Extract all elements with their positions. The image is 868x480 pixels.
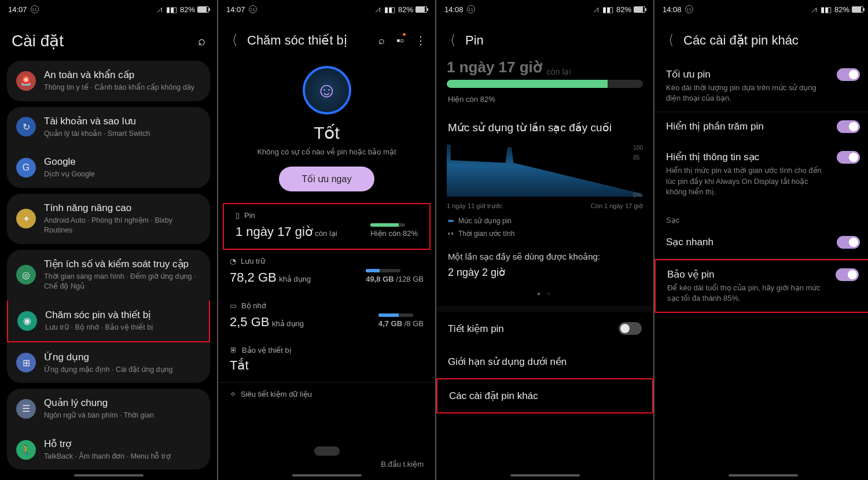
memory-stat-row[interactable]: ▭Bộ nhớ 2,5 GB khả dụng 4,7 GB /8 GB xyxy=(218,294,435,339)
status-face-icon: ☺ xyxy=(303,66,351,115)
row-apps[interactable]: ⊞ Ứng dụngỨng dụng mặc định · Cài đặt ứn… xyxy=(7,342,210,383)
section-charging: Sạc xyxy=(654,205,868,228)
screen-battery: 14:0811 ⩘▮◧82% 〈 Pin 1 ngày 17 giờcòn lạ… xyxy=(436,0,653,480)
apps-icon: ⊞ xyxy=(16,353,36,372)
page-title: Pin xyxy=(465,33,644,48)
storage-stat-row[interactable]: ◔Lưu trữ 78,2 GB khả dụng 49,8 GB /128 G… xyxy=(218,250,435,294)
sync-icon: ↻ xyxy=(16,117,36,136)
usage-chart[interactable]: 100850% xyxy=(436,145,653,197)
back-icon[interactable]: 〈 xyxy=(664,31,674,50)
status-word: Tốt xyxy=(218,123,435,143)
battery-icon: ▯ xyxy=(236,211,240,220)
row-accounts[interactable]: ↻ Tài khoản và sao lưuQuản lý tài khoản … xyxy=(7,107,210,147)
back-icon[interactable]: 〈 xyxy=(446,31,455,50)
screen-device-care: 14:0711 ⩘▮◧82% 〈 Chăm sóc thiết bị ⌕ ▪▫ … xyxy=(218,0,435,480)
data-saver-icon: ✧ xyxy=(230,390,236,398)
row-more-battery-settings[interactable]: Các cài đặt pin khác xyxy=(436,378,653,413)
row-google[interactable]: G GoogleDịch vụ Google xyxy=(7,147,210,188)
legend-estimate: Thời gian ước tính xyxy=(436,227,653,240)
page-title: Cài đặt xyxy=(12,31,64,50)
protect-toggle[interactable] xyxy=(836,268,859,281)
battery-stat-row[interactable]: ▯Pin 1 ngày 17 giờ còn lại Hiện còn 82% xyxy=(223,203,431,250)
back-icon[interactable]: 〈 xyxy=(227,31,237,50)
row-fast-charge[interactable]: Sạc nhanh xyxy=(654,228,868,259)
search-icon[interactable]: ⌕ xyxy=(378,35,385,47)
page-dots[interactable]: ● ○ xyxy=(436,288,653,306)
general-icon: ☰ xyxy=(16,399,36,419)
memory-bar xyxy=(378,313,413,317)
notif-count-icon: 11 xyxy=(31,5,39,13)
row-show-charging[interactable]: Hiển thị thông tin sạcHiển thị mức pin v… xyxy=(654,143,868,205)
charging-toggle[interactable] xyxy=(837,151,860,164)
row-general[interactable]: ☰ Quản lý chungNgôn ngữ và bàn phím · Th… xyxy=(7,389,210,429)
chart-x-left: 1 ngày 11 giờ trước xyxy=(447,202,502,210)
battery-indicator: 82% xyxy=(180,5,209,14)
shield-icon: ⛨ xyxy=(230,346,237,355)
siren-icon: 🚨 xyxy=(16,71,36,91)
status-bar: 14:0711 ⩘▮◧82% xyxy=(218,0,435,19)
super-save-row[interactable]: ✧Siêu tiết kiệm dữ liệu xyxy=(218,383,435,404)
row-optimize-battery[interactable]: Tối ưu pinKéo dài thời lượng pin dựa trê… xyxy=(654,60,868,112)
storage-icon: ◔ xyxy=(230,257,236,265)
signal-icon: ▮◧ xyxy=(384,5,395,14)
battery-progress xyxy=(447,80,643,88)
row-title: An toàn và khẩn cấp xyxy=(44,69,201,82)
row-safety[interactable]: 🚨 An toàn và khẩn cấpThông tin y tế · Cả… xyxy=(7,61,210,101)
full-charge-label: Một lần sạc đầy sẽ dùng được khoảng: xyxy=(436,240,653,266)
battery-percent-label: Hiện còn 82% xyxy=(436,91,653,107)
storage-bar xyxy=(366,269,400,272)
row-support[interactable]: 🚶 Hỗ trợTalkBack · Âm thanh đơn · Menu h… xyxy=(7,429,210,470)
chart-x-right: Còn 1 ngày 17 giờ xyxy=(591,202,643,210)
drag-handle[interactable] xyxy=(314,446,340,456)
nav-handle[interactable] xyxy=(729,474,798,477)
clock: 14:07 xyxy=(8,5,27,14)
nav-handle[interactable] xyxy=(292,474,362,477)
row-background-limit[interactable]: Giới hạn sử dụng dưới nền xyxy=(436,345,653,378)
protection-stat-row[interactable]: ⛨Bảo vệ thiết bị Tắt xyxy=(218,339,435,382)
screen-settings: 14:0711 ⩘ ▮◧ 82% Cài đặt ⌕ 🚨 An toàn và … xyxy=(0,0,217,480)
accessibility-icon: 🚶 xyxy=(16,440,36,460)
nav-handle[interactable] xyxy=(74,474,144,477)
remaining-time-partial: 1 ngày 17 giờcòn lại xyxy=(436,60,653,76)
row-protect-battery[interactable]: Bảo vệ pinĐể kéo dài tuổi thọ của pin, h… xyxy=(654,259,868,313)
advanced-icon: ✦ xyxy=(16,209,36,228)
status-sub: Không có sự cố nào về pin hoặc bảo mật xyxy=(218,147,435,156)
page-title: Các cài đặt pin khác xyxy=(683,33,862,48)
wifi-icon: ⩘ xyxy=(156,5,163,14)
device-care-icon: ◉ xyxy=(17,311,37,331)
screen-more-battery: 14:0811 ⩘▮◧82% 〈 Các cài đặt pin khác Tố… xyxy=(654,0,868,480)
percent-toggle[interactable] xyxy=(837,120,860,133)
status-bar: 14:0811 ⩘▮◧82% xyxy=(654,0,868,19)
signal-icon: ▮◧ xyxy=(166,5,177,14)
status-bar: 14:0811 ⩘▮◧82% xyxy=(436,0,653,19)
google-icon: G xyxy=(16,158,36,178)
row-digital-wellbeing[interactable]: ◎ Tiện ích số và kiểm soát truy cậpThời … xyxy=(7,250,210,300)
chart-icon[interactable]: ▪▫ xyxy=(396,35,404,47)
power-saving-toggle[interactable] xyxy=(619,322,642,335)
row-sub: Thông tin y tế · Cảnh báo khẩn cấp không… xyxy=(44,83,201,93)
row-advanced[interactable]: ✦ Tính năng nâng caoAndroid Auto · Phòng… xyxy=(7,194,210,244)
fast-charge-toggle[interactable] xyxy=(837,236,860,249)
nav-handle[interactable] xyxy=(510,474,580,477)
usage-section-title: Mức sử dụng từ lần sạc đầy cuối xyxy=(436,107,653,140)
row-power-saving[interactable]: Tiết kiệm pin xyxy=(436,312,653,345)
wellbeing-icon: ◎ xyxy=(16,265,36,285)
row-show-percent[interactable]: Hiển thị phần trăm pin xyxy=(654,112,868,143)
wifi-icon: ⩘ xyxy=(374,5,381,14)
page-title: Chăm sóc thiết bị xyxy=(247,33,370,48)
legend-usage: Mức sử dụng pin xyxy=(436,215,653,227)
battery-bar xyxy=(370,223,405,227)
status-bar: 14:0711 ⩘ ▮◧ 82% xyxy=(0,0,217,19)
optimize-toggle[interactable] xyxy=(837,68,860,81)
more-icon[interactable]: ⋮ xyxy=(415,34,426,47)
full-charge-value: 2 ngày 2 giờ xyxy=(436,266,653,288)
optimize-button[interactable]: Tối ưu ngay xyxy=(279,167,375,191)
search-icon[interactable]: ⌕ xyxy=(198,34,205,49)
row-device-care[interactable]: ◉ Chăm sóc pin và thiết bịLưu trữ · Bộ n… xyxy=(7,300,210,342)
start-saving-label: B.đầu t.kiệm xyxy=(381,460,424,468)
memory-icon: ▭ xyxy=(230,301,237,310)
